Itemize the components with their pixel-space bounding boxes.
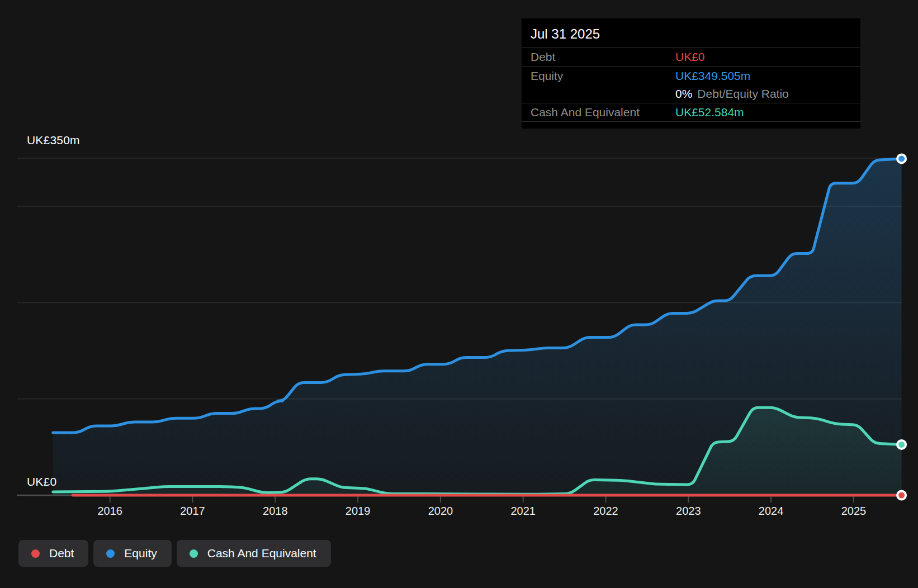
tooltip-row-debt: Debt UK£0	[522, 48, 860, 67]
equity-endpoint-marker	[897, 154, 906, 163]
tooltip-row-cash: Cash And Equivalent UK£52.584m	[522, 103, 860, 122]
legend-chip-debt[interactable]: Debt	[18, 540, 88, 567]
x-axis-label-2018: 2018	[250, 505, 300, 518]
legend-dot-debt	[31, 549, 40, 558]
x-axis-label-2024: 2024	[746, 505, 796, 518]
legend-dot-equity	[106, 549, 115, 558]
tooltip-ratio-value: 0%	[675, 87, 692, 100]
x-axis-label-2022: 2022	[581, 505, 631, 518]
hover-tooltip: Jul 31 2025 Debt UK£0 Equity UK£349.505m…	[522, 18, 860, 129]
tooltip-date: Jul 31 2025	[522, 18, 860, 48]
tooltip-equity-value: UK£349.505m	[675, 69, 750, 83]
y-axis-label-350m: UK£350m	[27, 134, 80, 147]
debt-endpoint-marker	[897, 491, 906, 500]
x-axis-label-2021: 2021	[498, 505, 548, 518]
x-axis-label-2016: 2016	[85, 505, 135, 518]
tooltip-debt-value: UK£0	[675, 50, 705, 64]
x-axis-label-2023: 2023	[663, 505, 713, 518]
chart-legend: DebtEquityCash And Equivalent	[18, 540, 331, 567]
debt-equity-history-chart: UK£350m UK£0 201620172018201920202021202…	[0, 0, 918, 588]
legend-label: Equity	[124, 547, 157, 560]
tooltip-ratio-text: Debt/Equity Ratio	[697, 87, 788, 100]
tooltip-equity-label: Equity	[531, 69, 675, 83]
x-axis-label-2019: 2019	[333, 505, 383, 518]
y-axis-label-0: UK£0	[27, 475, 56, 489]
legend-label: Debt	[49, 547, 74, 560]
legend-dot-cash-and-equivalent	[190, 549, 198, 558]
legend-chip-equity[interactable]: Equity	[93, 540, 171, 567]
x-axis-label-2025: 2025	[829, 505, 879, 518]
legend-label: Cash And Equivalent	[207, 547, 316, 560]
tooltip-cash-label: Cash And Equivalent	[531, 106, 675, 119]
tooltip-cash-value: UK£52.584m	[675, 106, 744, 119]
x-axis-label-2020: 2020	[415, 505, 466, 518]
tooltip-debt-label: Debt	[531, 50, 675, 64]
tooltip-row-equity: Equity UK£349.505m	[522, 67, 860, 85]
x-axis-label-2017: 2017	[168, 505, 218, 518]
cash-and-equivalent-endpoint-marker	[897, 440, 906, 449]
tooltip-row-ratio: 0%Debt/Equity Ratio	[522, 85, 860, 103]
legend-chip-cash-and-equivalent[interactable]: Cash And Equivalent	[177, 540, 331, 567]
